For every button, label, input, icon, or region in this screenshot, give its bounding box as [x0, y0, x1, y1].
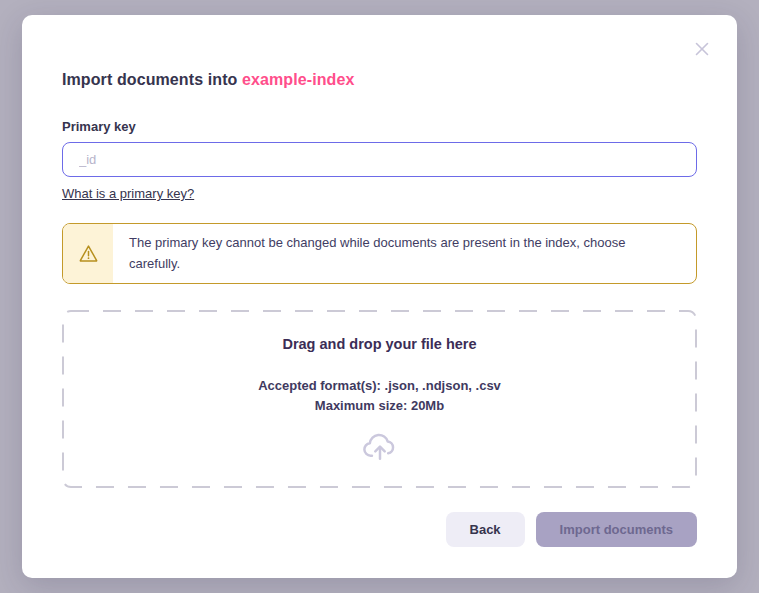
import-documents-modal: Import documents into example-index Prim… [22, 15, 737, 578]
close-button[interactable] [693, 40, 711, 58]
warning-icon-cell [63, 224, 113, 283]
dropzone-title: Drag and drop your file here [282, 336, 476, 352]
dropzone-accepted-formats: Accepted format(s): .json, .ndjson, .csv [258, 378, 501, 393]
file-dropzone[interactable]: Drag and drop your file here Accepted fo… [62, 310, 697, 488]
warning-message: The primary key cannot be changed while … [113, 224, 696, 283]
warning-message-text: The primary key cannot be changed while … [129, 233, 660, 273]
close-icon [694, 41, 710, 57]
title-prefix: Import documents into [62, 71, 242, 88]
back-button[interactable]: Back [446, 512, 525, 547]
primary-key-input[interactable] [62, 142, 697, 177]
modal-actions: Back Import documents [62, 512, 697, 547]
primary-key-help-link[interactable]: What is a primary key? [62, 186, 194, 201]
index-name: example-index [242, 71, 354, 88]
page-title: Import documents into example-index [62, 71, 697, 89]
primary-key-label: Primary key [62, 119, 697, 134]
import-documents-button[interactable]: Import documents [536, 512, 697, 547]
warning-icon [78, 243, 99, 264]
cloud-upload-icon [362, 429, 398, 465]
warning-callout: The primary key cannot be changed while … [62, 223, 697, 284]
dropzone-max-size: Maximum size: 20Mb [315, 398, 444, 413]
